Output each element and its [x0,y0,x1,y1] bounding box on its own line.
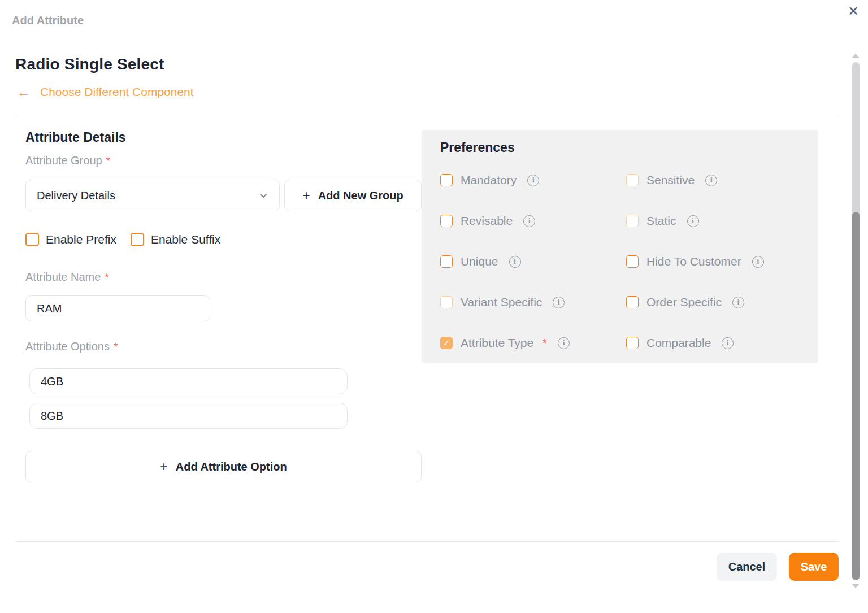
enable-prefix-checkbox[interactable]: Enable Prefix [25,233,116,246]
info-icon[interactable]: i [509,256,521,268]
attribute-option-input[interactable] [29,368,348,394]
footer-divider [15,541,839,542]
pref-revisable-checkbox[interactable]: Revisable i [440,214,626,228]
pref-label: Revisable [461,214,513,228]
pref-mandatory-checkbox[interactable]: Mandatory i [440,173,626,187]
info-icon[interactable]: i [527,175,539,186]
checkbox-icon [440,174,453,186]
info-icon[interactable]: i [705,175,717,186]
footer-actions: Cancel Save [717,553,839,581]
cancel-button[interactable]: Cancel [717,553,777,581]
info-icon[interactable]: i [523,215,535,227]
info-icon[interactable]: i [553,297,565,308]
checkbox-icon [626,174,639,186]
pref-label: Attribute Type [461,336,533,350]
pref-attribute-type-checkbox[interactable]: Attribute Type * i [440,336,626,350]
checkbox-icon [25,233,39,246]
attribute-name-label: Attribute Name* [25,271,422,284]
checkbox-icon [626,215,639,227]
header-divider [15,116,839,116]
pref-label: Comparable [646,336,711,350]
add-attribute-option-label: Add Attribute Option [176,460,287,473]
required-asterisk: * [105,271,108,284]
required-asterisk: * [542,337,547,350]
checkbox-icon [440,296,453,308]
attribute-group-value: Delivery Details [37,189,115,202]
info-icon[interactable]: i [558,337,570,349]
plus-icon: + [302,188,310,203]
choose-different-component-link[interactable]: ← Choose Different Component [17,85,194,99]
preferences-panel: Preferences Mandatory i Sensitive i Revi… [422,130,818,363]
enable-prefix-label: Enable Prefix [46,233,116,246]
pref-hide-to-customer-checkbox[interactable]: Hide To Customer i [626,255,800,268]
attribute-group-select[interactable]: Delivery Details [25,180,280,211]
scroll-down-arrow-icon[interactable] [852,584,860,588]
pref-order-specific-checkbox[interactable]: Order Specific i [626,295,800,309]
scrollbar-thumb[interactable] [852,212,860,580]
attribute-details-section: Attribute Details Attribute Group* Deliv… [15,130,422,482]
pref-label: Static [646,214,676,228]
required-asterisk: * [114,341,118,353]
preferences-heading: Preferences [440,140,800,155]
attribute-option-input[interactable] [29,403,348,429]
pref-label: Sensitive [646,173,695,187]
info-icon[interactable]: i [687,215,699,227]
add-new-group-label: Add New Group [318,189,403,202]
info-icon[interactable]: i [732,297,744,308]
plus-icon: + [160,459,167,475]
enable-suffix-label: Enable Suffix [151,233,220,246]
pref-label: Mandatory [461,173,517,187]
pref-label: Unique [461,255,498,268]
checkbox-icon [626,337,639,349]
pref-label: Variant Specific [461,295,542,309]
attribute-details-heading: Attribute Details [25,130,422,145]
pref-variant-specific-checkbox[interactable]: Variant Specific i [440,295,626,309]
checkbox-icon [131,233,144,246]
checkbox-icon [440,255,453,268]
enable-suffix-checkbox[interactable]: Enable Suffix [131,233,220,246]
back-link-label: Choose Different Component [40,85,194,99]
pref-comparable-checkbox[interactable]: Comparable i [626,336,800,350]
checkbox-icon [440,337,453,349]
required-asterisk: * [106,155,110,167]
page-title: Radio Single Select [15,55,839,73]
info-icon[interactable]: i [722,337,734,349]
pref-static-checkbox[interactable]: Static i [626,214,800,228]
scrollbar [850,0,868,613]
checkbox-icon [626,296,639,308]
checkbox-icon [626,255,639,268]
add-attribute-option-button[interactable]: + Add Attribute Option [25,451,422,482]
pref-sensitive-checkbox[interactable]: Sensitive i [626,173,800,187]
checkbox-icon [440,215,453,227]
save-button[interactable]: Save [789,553,839,581]
chevron-down-icon [258,190,268,201]
back-arrow-icon: ← [17,86,31,98]
scroll-up-arrow-icon[interactable] [852,54,860,58]
attribute-group-label: Attribute Group* [25,154,422,167]
modal-body: Radio Single Select ← Choose Different C… [15,0,839,482]
info-icon[interactable]: i [752,256,764,268]
pref-label: Hide To Customer [646,255,741,268]
pref-unique-checkbox[interactable]: Unique i [440,255,626,268]
pref-label: Order Specific [646,295,722,309]
attribute-name-input[interactable] [25,295,210,321]
attribute-options-label: Attribute Options* [25,340,422,353]
add-new-group-button[interactable]: + Add New Group [284,180,422,211]
scrollbar-track[interactable] [852,62,860,580]
